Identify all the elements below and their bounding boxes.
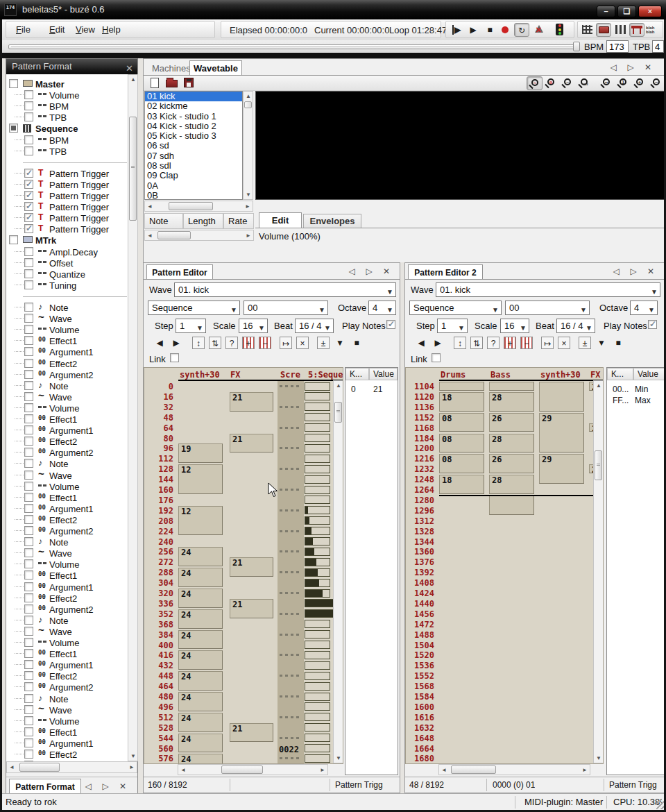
tree-item-argument2[interactable]: 00Argument2 [6, 525, 128, 536]
tree-checkbox[interactable] [24, 381, 33, 390]
tree-checkbox[interactable] [24, 303, 33, 312]
minimize-button[interactable]: – [597, 6, 615, 17]
sequence-bar[interactable] [305, 465, 330, 473]
keymap-key[interactable]: FF... [613, 396, 629, 405]
zoom-shape-icon[interactable]: ~ [560, 76, 576, 90]
play-from-cursor-icon[interactable]: ▶ [449, 23, 464, 37]
step-back-icon[interactable]: ◀ [153, 337, 166, 349]
more-menu-icon[interactable]: ▼ [334, 337, 346, 349]
tree-item-note[interactable]: ♪Note [6, 693, 128, 704]
tree-hscrollbar[interactable]: ◄ ► [6, 761, 137, 773]
editor2-nav-arrows[interactable]: ◁ ▷ ✕ [613, 267, 658, 276]
zoom-wave-icon[interactable]: ~ [527, 76, 543, 90]
tree-checkbox[interactable] [24, 269, 33, 278]
pattern-cell[interactable]: 18 [439, 392, 484, 412]
sequence-bar[interactable] [305, 413, 330, 421]
tree-item-bpm[interactable]: BPM [6, 135, 128, 146]
zoom-time-icon[interactable]: ⊙ [543, 76, 559, 90]
tree-item-pattern-trigger[interactable]: TPattern Trigger [6, 168, 128, 179]
tree-checkbox[interactable] [24, 437, 33, 446]
grid-hscrollbar-thumb[interactable] [221, 766, 263, 774]
tree-checkbox[interactable] [24, 347, 33, 356]
tree-item-effect2[interactable]: 00Effect2 [6, 593, 128, 604]
tree-item-argument1[interactable]: 00Argument1 [6, 346, 128, 357]
wave-list-item[interactable]: 0B [145, 191, 242, 200]
sequence-view-icon[interactable] [613, 23, 628, 37]
tree-checkbox[interactable] [24, 638, 33, 647]
tree-checkbox[interactable] [24, 392, 33, 401]
tree-checkbox[interactable] [24, 593, 33, 602]
octave-combo[interactable]: 4▼ [368, 301, 396, 315]
sequence-bar[interactable] [305, 589, 330, 598]
editor1-grid[interactable]: synth+30FXScre5:Seque0163248648096112128… [144, 367, 343, 764]
tree-checkbox[interactable] [24, 448, 33, 457]
keymap-key[interactable]: 0 [351, 384, 356, 394]
tree-checkbox[interactable] [24, 537, 33, 546]
wavetable-view-icon[interactable] [629, 23, 644, 37]
tree-checkbox[interactable] [24, 247, 33, 256]
shift-rows-icon[interactable]: ↦ [541, 337, 554, 349]
tree-checkbox[interactable] [24, 314, 33, 323]
grid-hscrollbar[interactable]: ◄► [438, 764, 590, 775]
tree-checkbox[interactable] [24, 738, 33, 747]
shrink-pattern-icon[interactable]: ⇅ [209, 337, 221, 349]
keymap-value[interactable]: Max [635, 396, 651, 405]
pattern-cell[interactable]: 21 [230, 723, 273, 743]
beat-combo[interactable]: 16 / 4▼ [295, 319, 334, 333]
stop-icon[interactable]: ■ [482, 23, 497, 37]
load-wave-icon[interactable] [166, 80, 178, 87]
tree-checkbox[interactable] [24, 515, 33, 524]
tree-checkbox[interactable] [24, 112, 33, 121]
wave-props-hscrollbar[interactable]: ◄ ► [144, 230, 254, 241]
seek-slider-handle[interactable] [573, 42, 580, 51]
tree-checkbox[interactable] [24, 135, 33, 144]
tree-hscrollbar-thumb[interactable] [19, 763, 60, 772]
wave-list-vscrollbar[interactable]: ▲ ▼ [243, 91, 253, 200]
pattern-cell[interactable]: 24 [178, 547, 223, 566]
pattern-cell[interactable]: 26 [489, 454, 534, 473]
sequence-bar[interactable] [305, 672, 330, 680]
sequence-bar[interactable] [305, 548, 330, 556]
pattern-cell[interactable]: 28 [489, 475, 534, 494]
pattern-cell[interactable]: 21 [230, 557, 273, 577]
sequence-bar[interactable] [305, 682, 330, 691]
tree-checkbox[interactable] [24, 336, 33, 345]
tree-checkbox[interactable] [24, 660, 33, 669]
tree-item-pattern-trigger[interactable]: TPattern Trigger [6, 201, 128, 212]
pattern-cell[interactable]: 12 [178, 464, 223, 494]
keymap-value[interactable]: Min [635, 384, 648, 394]
wave-list[interactable]: 01 kick02 kickme03 Kick - studio 104 Kic… [144, 91, 243, 200]
tree-item-volume[interactable]: Volume [6, 324, 128, 335]
tree-item-effect1[interactable]: 00Effect1 [6, 648, 128, 659]
tree-item-pattern-trigger[interactable]: TPattern Trigger [6, 190, 128, 201]
tree-checkbox[interactable] [24, 459, 33, 468]
close-button[interactable]: × [638, 6, 662, 17]
transpose-icon[interactable]: ± [579, 337, 591, 349]
tree-item-note[interactable]: ♪Note [6, 302, 128, 313]
wave-props-hscrollbar-thumb[interactable] [157, 231, 191, 239]
tree-checkbox[interactable] [24, 101, 33, 110]
tree-item-volume[interactable]: Volume [6, 637, 128, 648]
menu-help[interactable]: Help [102, 24, 121, 35]
sequence-bar[interactable] [305, 568, 330, 577]
pattern-cell[interactable]: 29 [539, 413, 584, 453]
tree-item-tuning[interactable]: Tuning [6, 280, 128, 291]
step-forward-icon[interactable]: ▶ [432, 337, 444, 349]
pattern-cell[interactable]: 29 [539, 454, 584, 484]
grid-vscrollbar-thumb[interactable] [334, 402, 342, 423]
zoom-in-icon[interactable]: + [632, 76, 648, 90]
sequence-bar[interactable] [305, 693, 330, 701]
pattern-cell[interactable]: 24 [178, 692, 223, 711]
tree-item-volume[interactable]: Volume [6, 403, 128, 414]
tree-item-volume[interactable]: Volume [6, 559, 128, 570]
pattern-cell[interactable]: 19 [178, 443, 223, 463]
grow-pattern-icon[interactable]: ↕ [454, 337, 466, 349]
col-header-rate[interactable]: Rate [223, 213, 254, 229]
tab-wavetable[interactable]: Wavetable [189, 60, 242, 76]
tree-item-tpb[interactable]: TPB [6, 146, 128, 157]
wave-combo[interactable]: 01. kick▼ [174, 282, 396, 297]
tree-checkbox[interactable] [24, 559, 33, 568]
grid-vscrollbar-thumb[interactable] [595, 450, 602, 480]
sequence-bar[interactable] [305, 744, 330, 752]
step-combo[interactable]: 1▼ [437, 319, 468, 333]
